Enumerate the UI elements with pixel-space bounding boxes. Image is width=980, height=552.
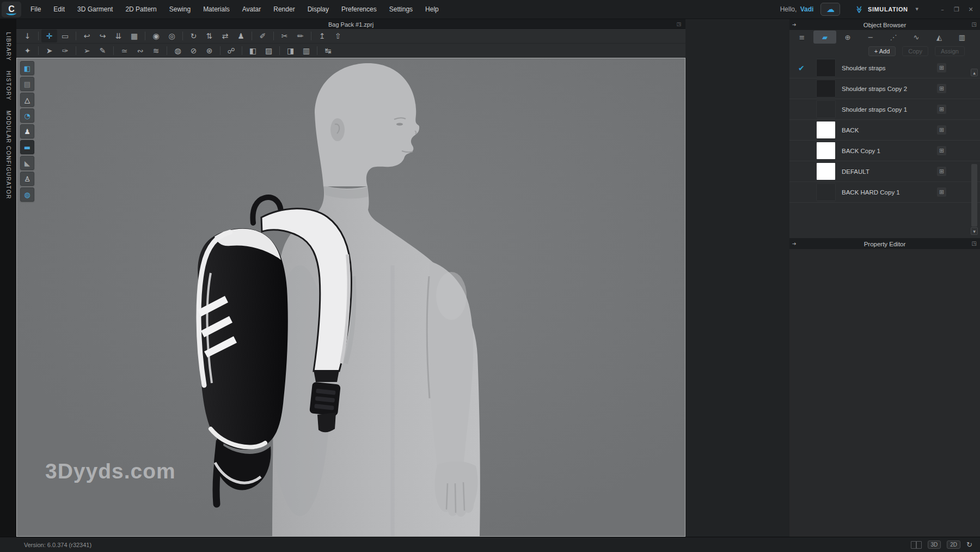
menu-item[interactable]: Settings [388, 4, 414, 15]
menu-item[interactable]: Avatar [241, 4, 262, 15]
cut-sew-icon[interactable]: ✂ [277, 29, 292, 43]
zipper-icon[interactable]: ☍ [223, 44, 239, 57]
view-2d-button[interactable]: 2D [947, 541, 960, 549]
scroll-thumb[interactable] [971, 164, 977, 227]
collapse-arrow-icon[interactable]: ➔ [792, 238, 797, 249]
toggle-show-avatar[interactable]: ♟ [20, 124, 34, 138]
menu-item[interactable]: File [29, 4, 42, 15]
cloud-sync-button[interactable]: ☁ [820, 3, 840, 16]
tab-zipper[interactable]: ▥ [951, 31, 973, 44]
chevron-down-icon[interactable]: ▼ [916, 7, 918, 11]
add-colorway-icon[interactable]: ⊞ [937, 187, 946, 197]
fabric-swatch[interactable] [817, 142, 835, 159]
fabric-row[interactable]: ✔ BACK ⊞ [789, 120, 980, 141]
refresh-icon[interactable]: ↻ [966, 541, 972, 549]
select-pattern-icon[interactable]: ➢ [79, 44, 95, 57]
edit-pattern-icon[interactable]: ✎ [95, 44, 111, 57]
fold-arrangement-icon[interactable]: ↩ [79, 29, 95, 43]
mn-sewing-icon[interactable]: ≋ [148, 44, 164, 57]
pin-icon[interactable]: ◉ [148, 29, 164, 43]
menu-item[interactable]: Materials [201, 4, 231, 15]
flip-up-right-icon[interactable]: ⇧ [330, 29, 346, 43]
reset-fold-icon[interactable]: ⇊ [111, 29, 126, 43]
select-gradient-icon[interactable]: ◧ [245, 44, 261, 57]
toggle-garment-mesh[interactable]: ▤ [20, 77, 34, 91]
toggle-show-garment[interactable]: ◧ [20, 61, 34, 75]
gradient-tool-icon[interactable]: ▨ [261, 44, 277, 57]
menu-item[interactable]: Display [306, 4, 330, 15]
fabric-swatch[interactable] [817, 163, 835, 180]
attach-button-icon[interactable]: ⊛ [201, 44, 217, 57]
remove-pin-icon[interactable]: ◎ [164, 29, 180, 43]
restore-button[interactable]: ❐ [951, 4, 963, 14]
toggle-pattern-view[interactable]: ◣ [20, 156, 34, 170]
reset-2d-arrangement-icon[interactable]: ↓ [20, 29, 35, 43]
scroll-down-button[interactable]: ▼ [971, 227, 978, 235]
fabric-swatch[interactable] [817, 80, 835, 97]
select-move-icon[interactable]: ✛ [41, 29, 57, 43]
view-3d-button[interactable]: 3D [928, 541, 941, 549]
move-arrangement-icon[interactable]: ⇅ [201, 29, 217, 43]
add-fabric-button[interactable]: + Add [868, 46, 896, 56]
menu-item[interactable]: Preferences [340, 4, 378, 15]
tab-topstitch[interactable]: ⋰ [882, 31, 905, 44]
sewing-machine-icon[interactable]: ▦ [126, 29, 142, 43]
tab-stitch[interactable]: ∿ [905, 31, 928, 44]
add-colorway-icon[interactable]: ⊞ [937, 125, 946, 135]
button-icon[interactable]: ◍ [170, 44, 186, 57]
toggle-fabric-view[interactable]: ▬ [20, 140, 34, 154]
add-colorway-icon[interactable]: ⊞ [937, 167, 946, 176]
side-tab[interactable]: HISTORY [5, 71, 11, 101]
undock-icon[interactable]: ◳ [676, 19, 681, 29]
fabric-row[interactable]: ✔ Shoulder straps Copy 2 ⊞ [789, 78, 980, 99]
fabric-row[interactable]: ✔ DEFAULT ⊞ [789, 161, 980, 182]
fabric-swatch[interactable] [817, 122, 835, 138]
fabric-row[interactable]: ✔ Shoulder straps ⊞ [789, 58, 980, 78]
list-scrollbar[interactable]: ▲ ▼ [971, 58, 978, 255]
toggle-avatar-mesh[interactable]: ♙ [20, 172, 34, 186]
close-button[interactable]: ✕ [965, 4, 977, 14]
rotate-garment-icon[interactable]: ↻ [186, 29, 201, 43]
free-sewing-icon[interactable]: ∾ [132, 44, 148, 57]
tab-puckering[interactable]: ◭ [928, 31, 951, 44]
username[interactable]: Vadi [800, 5, 814, 13]
fabric-row[interactable]: ✔ BACK HARD Copy 1 ⊞ [789, 182, 980, 203]
add-colorway-icon[interactable]: ⊞ [937, 84, 946, 93]
style-line-icon[interactable]: ✑ [57, 44, 73, 57]
collapse-arrow-icon[interactable]: ➔ [792, 19, 797, 30]
fabric-swatch[interactable] [817, 184, 835, 201]
toggle-strain-map[interactable]: ◔ [20, 108, 34, 123]
add-colorway-icon[interactable]: ⊞ [937, 146, 946, 155]
menu-item[interactable]: Help [424, 4, 440, 15]
flip-garment-icon[interactable]: ⇄ [217, 29, 233, 43]
fabric-swatch[interactable] [817, 59, 835, 76]
measure-icon[interactable]: ✐ [255, 29, 271, 43]
unfold-arrangement-icon[interactable]: ↪ [95, 29, 111, 43]
minimize-button[interactable]: – [936, 4, 948, 14]
add-colorway-icon[interactable]: ⊞ [937, 105, 946, 114]
undock-icon[interactable]: ◳ [972, 238, 977, 249]
menu-item[interactable]: 3D Garment [76, 4, 114, 15]
side-tab[interactable]: LIBRARY [5, 32, 11, 61]
avatar-pose-icon[interactable]: ✦ [20, 44, 35, 57]
menu-item[interactable]: Sewing [168, 4, 192, 15]
tab-buttonhole[interactable]: − [859, 31, 882, 44]
fit-to-avatar-icon[interactable]: ♟ [233, 29, 249, 43]
fabric-row[interactable]: ✔ Shoulder straps Copy 1 ⊞ [789, 99, 980, 120]
toggle-environment[interactable]: ◍ [20, 187, 34, 202]
edit-sewing-icon[interactable]: ✏ [292, 29, 308, 43]
fabric-row[interactable]: ✔ BACK Copy 1 ⊞ [789, 141, 980, 161]
select-garment-icon[interactable]: ➤ [41, 44, 57, 57]
fabric-swatch[interactable] [817, 101, 835, 118]
tab-scene-list[interactable]: ≡ [791, 31, 813, 44]
undock-icon[interactable]: ◳ [972, 19, 977, 30]
flip-up-left-icon[interactable]: ↥ [314, 29, 330, 43]
side-tab[interactable]: MODULAR CONFIGURATOR [5, 111, 11, 199]
add-colorway-icon[interactable]: ⊞ [937, 63, 946, 72]
simulation-button[interactable]: ≫ SIMULATION ▼ [853, 4, 922, 15]
select-rectangle-icon[interactable]: ▭ [57, 29, 73, 43]
segment-sewing-icon[interactable]: ≃ [117, 44, 132, 57]
tab-fabric[interactable]: ▰ [813, 31, 836, 44]
buttonhole-icon[interactable]: ⊘ [186, 44, 201, 57]
project-tab[interactable]: Bag Pack #1.zprj [328, 21, 373, 28]
